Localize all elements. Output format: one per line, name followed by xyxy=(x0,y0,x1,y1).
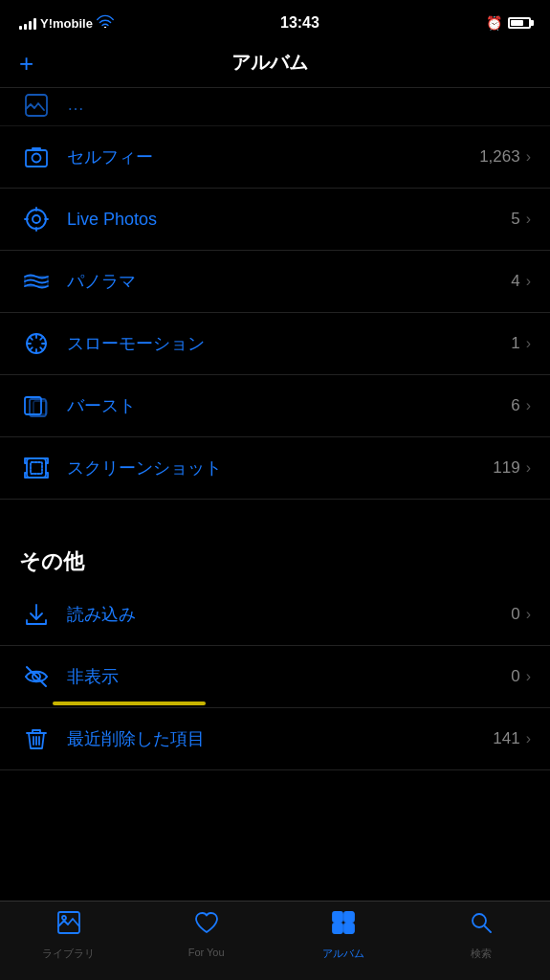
library-tab-icon xyxy=(55,909,82,943)
livephotos-icon xyxy=(19,202,54,236)
svg-point-4 xyxy=(27,210,46,229)
screenshot-icon xyxy=(19,451,54,485)
battery-fill xyxy=(511,20,524,26)
tab-bar: ライブラリ For You アルバム 検索 xyxy=(0,901,550,980)
svg-point-0 xyxy=(104,27,106,28)
svg-point-5 xyxy=(33,215,40,223)
list-item-screenshot[interactable]: スクリーンショット 119 › xyxy=(0,437,550,500)
list-item-panorama[interactable]: パノラマ 4 › xyxy=(0,251,550,313)
hidden-count: 0 xyxy=(511,667,519,686)
burst-count: 6 xyxy=(511,396,519,415)
search-tab-label: 検索 xyxy=(471,947,492,961)
list-item-import[interactable]: 読み込み 0 › xyxy=(0,584,550,646)
partial-label: … xyxy=(67,95,84,115)
screenshot-label: スクリーンショット xyxy=(67,457,493,479)
albums-tab-icon xyxy=(330,909,357,943)
svg-rect-33 xyxy=(344,912,354,922)
screenshot-count: 119 xyxy=(493,458,519,478)
partial-top-item: … xyxy=(0,88,550,126)
status-bar: Y!mobile 13:43 ⏰ xyxy=(0,0,550,42)
hidden-icon xyxy=(19,659,54,694)
slowmo-label: スローモーション xyxy=(67,332,511,355)
foryou-tab-label: For You xyxy=(188,947,225,958)
wifi-icon xyxy=(97,14,114,32)
burst-icon xyxy=(19,389,54,423)
livephotos-label: Live Photos xyxy=(67,210,511,230)
list-item-livephotos[interactable]: Live Photos 5 › xyxy=(0,189,550,251)
import-count: 0 xyxy=(511,605,519,624)
signal-bar-2 xyxy=(24,24,27,30)
selfie-count: 1,263 xyxy=(479,147,520,167)
status-time: 13:43 xyxy=(280,14,319,32)
albums-tab-label: アルバム xyxy=(322,947,364,961)
signal-bar-1 xyxy=(19,26,22,30)
partial-icon xyxy=(19,88,54,122)
import-icon xyxy=(19,597,54,632)
list-item-slowmo[interactable]: スローモーション 1 › xyxy=(0,313,550,375)
signal-bars xyxy=(19,16,36,30)
list-item-hidden[interactable]: 非表示 0 › xyxy=(0,646,550,708)
page-title: アルバム xyxy=(231,50,308,76)
panorama-count: 4 xyxy=(511,272,519,291)
status-left: Y!mobile xyxy=(19,14,114,32)
svg-rect-34 xyxy=(333,924,342,933)
burst-chevron: › xyxy=(526,397,531,414)
svg-rect-2 xyxy=(26,150,47,167)
svg-rect-35 xyxy=(344,924,354,933)
svg-line-37 xyxy=(485,926,492,933)
svg-line-19 xyxy=(30,347,33,350)
hidden-chevron: › xyxy=(526,668,531,685)
selfie-icon xyxy=(19,140,54,174)
svg-rect-32 xyxy=(333,912,342,922)
import-chevron: › xyxy=(526,606,531,623)
signal-bar-4 xyxy=(33,18,36,30)
recently-deleted-label: 最近削除した項目 xyxy=(67,727,493,750)
slowmo-chevron: › xyxy=(526,335,531,352)
media-types-section: セルフィー 1,263 › Live Photos 5 › xyxy=(0,126,550,500)
screenshot-chevron: › xyxy=(526,459,531,477)
status-right: ⏰ xyxy=(486,15,531,31)
slowmo-count: 1 xyxy=(511,334,519,353)
other-section: その他 読み込み 0 › xyxy=(0,528,550,770)
svg-line-17 xyxy=(40,347,43,350)
slowmo-icon xyxy=(19,326,54,361)
recently-deleted-count: 141 xyxy=(493,729,519,748)
selfie-label: セルフィー xyxy=(67,145,479,168)
svg-rect-24 xyxy=(31,462,42,474)
list-item-selfie[interactable]: セルフィー 1,263 › xyxy=(0,126,550,189)
import-label: 読み込み xyxy=(67,603,511,626)
panorama-chevron: › xyxy=(526,273,531,290)
svg-line-26 xyxy=(27,667,46,686)
svg-rect-23 xyxy=(27,458,46,478)
trash-icon xyxy=(19,722,54,756)
svg-line-18 xyxy=(40,337,43,340)
selfie-chevron: › xyxy=(526,148,531,166)
svg-point-31 xyxy=(62,916,66,920)
scroll-content: … セルフィー 1,263 › xyxy=(0,88,550,857)
other-section-header: その他 xyxy=(0,528,550,584)
svg-rect-22 xyxy=(33,401,47,414)
list-item-burst[interactable]: バースト 6 › xyxy=(0,375,550,437)
tab-foryou[interactable]: For You xyxy=(138,909,275,958)
signal-bar-3 xyxy=(29,21,32,30)
burst-label: バースト xyxy=(67,394,511,417)
tab-search[interactable]: 検索 xyxy=(412,909,550,961)
carrier-label: Y!mobile xyxy=(40,16,93,31)
list-item-recently-deleted[interactable]: 最近削除した項目 141 › xyxy=(0,708,550,770)
highlight-underline xyxy=(53,702,206,705)
library-tab-label: ライブラリ xyxy=(42,947,95,961)
alarm-icon: ⏰ xyxy=(486,15,502,31)
nav-bar: + アルバム xyxy=(0,42,550,88)
recently-deleted-chevron: › xyxy=(526,730,531,747)
livephotos-chevron: › xyxy=(526,211,531,228)
panorama-label: パノラマ xyxy=(67,270,511,293)
livephotos-count: 5 xyxy=(511,210,519,229)
tab-albums[interactable]: アルバム xyxy=(275,909,413,961)
add-album-button[interactable]: + xyxy=(19,51,33,76)
hidden-label: 非表示 xyxy=(67,665,511,688)
search-tab-icon xyxy=(468,909,495,943)
foryou-tab-icon xyxy=(193,909,220,943)
tab-library[interactable]: ライブラリ xyxy=(0,909,138,961)
section-gap xyxy=(0,500,550,528)
svg-line-16 xyxy=(30,337,33,340)
